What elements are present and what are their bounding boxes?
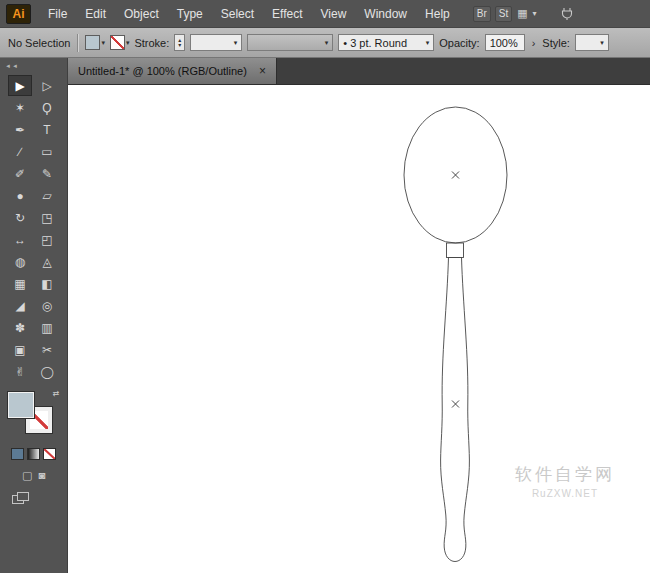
document-tab-bar: Untitled-1* @ 100% (RGB/Outline) × xyxy=(68,58,650,85)
st-button[interactable]: St xyxy=(495,6,512,22)
fill-color-swatch[interactable] xyxy=(85,35,100,50)
symbol-sprayer-tool[interactable]: ✽ xyxy=(8,317,32,338)
bowl-center-mark xyxy=(452,172,459,179)
appbar-right: BrSt ▦ ▾ xyxy=(473,6,575,22)
lasso-tool[interactable]: Ϙ xyxy=(35,97,59,118)
stroke-weight-combo[interactable]: ▾ xyxy=(190,34,242,51)
line-segment-tool[interactable]: ∕ xyxy=(8,141,32,162)
opacity-input[interactable]: 100% xyxy=(485,34,525,51)
selection-tool-icon: ▶ xyxy=(15,79,24,93)
width-tool[interactable]: ↔ xyxy=(8,229,32,250)
brush-definition-combo[interactable]: • 3 pt. Round ▾ xyxy=(338,34,434,51)
slice-tool[interactable]: ✂ xyxy=(35,339,59,360)
stroke-color-dropdown[interactable]: ▾ xyxy=(110,35,130,50)
none-button[interactable] xyxy=(43,448,56,460)
rotate-tool[interactable]: ↻ xyxy=(8,207,32,228)
hand-tool[interactable]: ✌ xyxy=(8,361,32,382)
menu-window[interactable]: Window xyxy=(355,0,416,28)
menu-select[interactable]: Select xyxy=(212,0,263,28)
opacity-label: Opacity: xyxy=(439,37,479,49)
stroke-none-swatch[interactable] xyxy=(110,35,125,50)
tools-panel: ◄◄ ▶▷✶Ϙ✒T∕▭✐✎●▱↻◳↔◰◍◬▦◧◢◎✽▥▣✂✌◯ ⇄ ▢ ◙ xyxy=(0,58,68,573)
artboard-tool-icon: ▣ xyxy=(14,343,25,357)
direct-selection-tool[interactable]: ▷ xyxy=(35,75,59,96)
zoom-tool[interactable]: ◯ xyxy=(35,361,59,382)
arrange-documents-icon[interactable]: ▦ xyxy=(517,8,527,19)
pencil-tool[interactable]: ✎ xyxy=(35,163,59,184)
eyedropper-tool[interactable]: ◢ xyxy=(8,295,32,316)
eraser-tool[interactable]: ▱ xyxy=(35,185,59,206)
menu-edit[interactable]: Edit xyxy=(76,0,115,28)
workspace-chevron-icon[interactable]: ▾ xyxy=(533,9,537,18)
fill-color-dropdown[interactable]: ▾ xyxy=(85,35,105,50)
type-tool[interactable]: T xyxy=(35,119,59,140)
appbar-badges: BrSt xyxy=(473,6,512,22)
artboard-tool[interactable]: ▣ xyxy=(8,339,32,360)
swap-fill-stroke-icon[interactable]: ⇄ xyxy=(53,390,60,398)
spoon-neck-path[interactable] xyxy=(447,243,464,258)
slice-tool-icon: ✂ xyxy=(42,343,52,357)
fill-swatch-large[interactable] xyxy=(8,392,34,418)
mesh-tool[interactable]: ▦ xyxy=(8,273,32,294)
illustrator-logo-icon: Ai xyxy=(6,4,31,24)
draw-inside-button[interactable]: ◙ xyxy=(38,469,45,482)
draw-normal-button[interactable]: ▢ xyxy=(22,469,32,482)
control-bar: No Selection ▾ ▾ Stroke: ▴ ▾ ▾ ▾ • 3 pt.… xyxy=(0,28,650,58)
direct-selection-tool-icon: ▷ xyxy=(42,79,51,93)
spoon-drawing[interactable] xyxy=(68,85,649,573)
chevron-down-icon: ▾ xyxy=(600,39,604,47)
rectangle-tool[interactable]: ▭ xyxy=(35,141,59,162)
mesh-tool-icon: ▦ xyxy=(14,277,25,291)
width-profile-combo: ▾ xyxy=(247,34,333,51)
opacity-value: 100% xyxy=(490,37,518,49)
chevron-down-icon: ▾ xyxy=(325,39,329,47)
magic-wand-tool[interactable]: ✶ xyxy=(8,97,32,118)
line-segment-tool-icon: ∕ xyxy=(19,145,21,159)
opacity-panel-chevron[interactable]: › xyxy=(530,37,538,49)
br-button[interactable]: Br xyxy=(473,6,491,22)
menu-help[interactable]: Help xyxy=(416,0,459,28)
perspective-grid-tool[interactable]: ◬ xyxy=(35,251,59,272)
selection-tool[interactable]: ▶ xyxy=(8,75,32,96)
blend-tool[interactable]: ◎ xyxy=(35,295,59,316)
menu-file[interactable]: File xyxy=(39,0,76,28)
screen-mode-button[interactable] xyxy=(12,492,30,506)
color-button[interactable] xyxy=(11,448,24,460)
scale-tool[interactable]: ◳ xyxy=(35,207,59,228)
style-combo[interactable]: ▾ xyxy=(575,34,609,51)
shape-builder-tool[interactable]: ◍ xyxy=(8,251,32,272)
document-tab[interactable]: Untitled-1* @ 100% (RGB/Outline) × xyxy=(68,58,277,84)
screen-mode-icon xyxy=(17,492,29,501)
hand-tool-icon: ✌ xyxy=(15,365,25,379)
menu-type[interactable]: Type xyxy=(168,0,212,28)
stroke-weight-stepper[interactable]: ▴ ▾ xyxy=(174,34,185,51)
pen-tool[interactable]: ✒ xyxy=(8,119,32,140)
eraser-tool-icon: ▱ xyxy=(42,189,51,203)
spoon-handle-path[interactable] xyxy=(441,258,470,562)
rotate-tool-icon: ↻ xyxy=(15,211,25,225)
tools-panel-collapse[interactable]: ◄◄ xyxy=(0,58,67,74)
canvas[interactable]: 软件自学网 RuZXW.NET xyxy=(68,85,650,573)
blend-tool-icon: ◎ xyxy=(42,299,52,313)
gradient-button[interactable] xyxy=(27,448,40,460)
column-graph-tool[interactable]: ▥ xyxy=(35,317,59,338)
drawing-mode-buttons: ▢ ◙ xyxy=(22,469,45,482)
workspace: ◄◄ ▶▷✶Ϙ✒T∕▭✐✎●▱↻◳↔◰◍◬▦◧◢◎✽▥▣✂✌◯ ⇄ ▢ ◙ xyxy=(0,58,650,573)
magic-wand-tool-icon: ✶ xyxy=(15,101,25,115)
menu-effect[interactable]: Effect xyxy=(263,0,311,28)
menu-object[interactable]: Object xyxy=(115,0,168,28)
menu-view[interactable]: View xyxy=(312,0,356,28)
perspective-grid-tool-icon: ◬ xyxy=(42,255,51,269)
document-tab-title: Untitled-1* @ 100% (RGB/Outline) xyxy=(78,65,247,77)
handle-center-mark xyxy=(452,401,459,408)
blob-brush-tool[interactable]: ● xyxy=(8,185,32,206)
gradient-tool[interactable]: ◧ xyxy=(35,273,59,294)
illustrator-window: Ai FileEditObjectTypeSelectEffectViewWin… xyxy=(0,0,650,573)
fill-stroke-swatches: ⇄ xyxy=(6,390,62,438)
close-icon[interactable]: × xyxy=(259,65,266,77)
stepper-down-icon[interactable]: ▾ xyxy=(178,43,181,48)
selection-status: No Selection xyxy=(8,37,70,49)
paintbrush-tool[interactable]: ✐ xyxy=(8,163,32,184)
type-tool-icon: T xyxy=(43,123,50,137)
free-transform-tool[interactable]: ◰ xyxy=(35,229,59,250)
